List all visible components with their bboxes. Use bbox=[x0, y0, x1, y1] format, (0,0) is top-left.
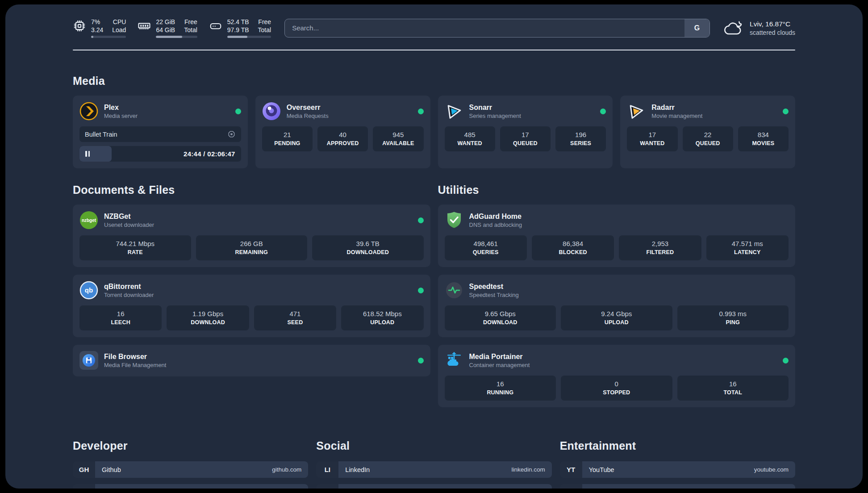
sonarr-status-dot bbox=[600, 109, 606, 114]
nzbget-stat-rate: 744.21 Mbps RATE bbox=[79, 235, 191, 260]
memory-total-label: Total bbox=[184, 26, 197, 34]
stat-label: STOPPED bbox=[563, 389, 671, 396]
filebrowser-icon bbox=[79, 351, 98, 370]
search-bar: G bbox=[284, 19, 710, 38]
stat-label: RATE bbox=[81, 249, 189, 255]
entertainment-section-title: Entertainment bbox=[560, 439, 795, 452]
disk-progress-bar bbox=[227, 36, 271, 38]
memory-total-value: 64 GiB bbox=[156, 26, 175, 34]
stat-value: 196 bbox=[557, 131, 604, 138]
memory-icon bbox=[138, 19, 151, 33]
stat-value: 471 bbox=[256, 310, 334, 318]
stat-value: 618.52 Mbps bbox=[343, 310, 421, 318]
speedtest-card[interactable]: Speedtest Speedtest Tracking 9.65 Gbps D… bbox=[438, 275, 796, 337]
svg-text:nzbget: nzbget bbox=[82, 218, 96, 223]
speedtest-name: Speedtest bbox=[469, 282, 519, 291]
qbittorrent-stat-seed: 471 SEED bbox=[254, 305, 336, 330]
nzbget-card[interactable]: nzbget NZBGet Usenet downloader 744.21 M… bbox=[73, 205, 430, 267]
memory-progress-bar bbox=[156, 36, 197, 38]
filebrowser-description: Media File Management bbox=[104, 361, 166, 369]
nzbget-status-dot bbox=[418, 217, 424, 223]
stat-label: BLOCKED bbox=[534, 249, 612, 255]
bookmark-abbr: SO bbox=[73, 484, 95, 489]
stat-label: LATENCY bbox=[708, 249, 787, 255]
stat-value: 0 bbox=[563, 380, 671, 388]
cpu-load-value: 3.24 bbox=[91, 26, 103, 34]
overseerr-name: Overseerr bbox=[287, 103, 329, 112]
bookmark-abbr: NF bbox=[560, 484, 582, 489]
adguard-description: DNS and adblocking bbox=[469, 221, 522, 229]
stat-value: 266 GB bbox=[198, 240, 306, 247]
bookmark-url: youtube.com bbox=[754, 466, 789, 473]
portainer-description: Container management bbox=[469, 361, 530, 369]
bookmark-netflix[interactable]: NF Netflix netflix.com bbox=[560, 484, 795, 489]
filebrowser-card[interactable]: File Browser Media File Management bbox=[73, 345, 430, 376]
nzbget-icon: nzbget bbox=[79, 211, 98, 230]
portainer-icon bbox=[445, 351, 463, 370]
resource-monitors: 7% 3.24 CPU Load bbox=[73, 18, 271, 38]
memory-progress-fill bbox=[156, 36, 182, 38]
qbittorrent-icon: qb bbox=[79, 281, 98, 300]
stat-label: MOVIES bbox=[740, 140, 787, 146]
entertainment-bookmarks: Entertainment YT YouTube youtube.com NF … bbox=[560, 439, 795, 489]
stat-label: WANTED bbox=[447, 140, 493, 146]
qbittorrent-card[interactable]: qb qBittorrent Torrent downloader 16 LEE… bbox=[73, 275, 430, 337]
adguard-stat-filtered: 2,953 FILTERED bbox=[619, 235, 701, 260]
pause-icon[interactable] bbox=[85, 151, 90, 157]
bookmark-twitter[interactable]: TW Twitter twitter.com bbox=[316, 484, 551, 489]
disk-total-value: 97.9 TB bbox=[227, 26, 249, 34]
weather-condition: scattered clouds bbox=[750, 29, 795, 37]
bookmark-abbr: LI bbox=[316, 461, 338, 478]
developer-section-title: Developer bbox=[73, 439, 308, 452]
bookmark-url: github.com bbox=[272, 466, 301, 473]
adguard-card[interactable]: AdGuard Home DNS and adblocking 498,461 … bbox=[438, 205, 796, 267]
stat-value: 2,953 bbox=[621, 240, 699, 247]
portainer-status-dot bbox=[783, 358, 789, 363]
portainer-card[interactable]: Media Portainer Container management 16 … bbox=[438, 345, 796, 407]
cpu-usage-label: CPU bbox=[112, 18, 126, 26]
stat-value: 17 bbox=[502, 131, 549, 138]
stat-label: FILTERED bbox=[621, 249, 699, 255]
overseerr-icon bbox=[262, 102, 281, 121]
memory-resource: 22 GiB 64 GiB Free Total bbox=[138, 18, 197, 38]
cpu-resource: 7% 3.24 CPU Load bbox=[73, 18, 126, 38]
stat-value: 9.65 Gbps bbox=[447, 310, 555, 318]
qbittorrent-status-dot bbox=[418, 288, 424, 293]
radarr-card[interactable]: Radarr Movie management 17 WANTED 22 QUE… bbox=[620, 96, 795, 168]
search-input[interactable] bbox=[285, 19, 684, 37]
developer-bookmarks: Developer GH Github github.com SO StackO… bbox=[73, 439, 308, 489]
adguard-stat-latency: 47.571 ms LATENCY bbox=[706, 235, 789, 260]
cloud-icon bbox=[723, 20, 744, 36]
search-engine-button[interactable]: G bbox=[684, 19, 709, 37]
radarr-name: Radarr bbox=[651, 103, 702, 112]
overseerr-stat-available: 945 AVAILABLE bbox=[373, 126, 423, 151]
sonarr-card[interactable]: Sonarr Series management 485 WANTED 17 Q… bbox=[438, 96, 613, 168]
documents-section: Documents & Files nzbget NZBGet Usenet d… bbox=[73, 184, 430, 376]
bookmark-name: YouTube bbox=[589, 466, 614, 473]
stat-label: DOWNLOAD bbox=[447, 319, 555, 326]
overseerr-stat-approved: 40 APPROVED bbox=[317, 126, 368, 151]
adguard-icon bbox=[445, 211, 463, 230]
plex-card[interactable]: Plex Media server Bullet Train 24:44 / 0 bbox=[73, 96, 248, 168]
bookmark-name: LinkedIn bbox=[345, 466, 370, 473]
stat-label: LEECH bbox=[81, 319, 160, 326]
svg-text:qb: qb bbox=[85, 286, 93, 294]
cpu-icon bbox=[73, 19, 86, 33]
memory-free-label: Free bbox=[184, 18, 197, 26]
portainer-stat-running: 16 RUNNING bbox=[445, 376, 556, 401]
stat-label: WANTED bbox=[629, 140, 676, 146]
top-bar: 7% 3.24 CPU Load bbox=[73, 4, 795, 38]
bookmark-stackoverflow[interactable]: SO StackOverflow stackoverflow.com bbox=[73, 484, 308, 489]
bookmark-linkedin[interactable]: LI LinkedIn linkedin.com bbox=[316, 461, 551, 478]
stat-label: PENDING bbox=[264, 140, 311, 146]
radarr-status-dot bbox=[783, 109, 789, 114]
stat-value: 834 bbox=[740, 131, 787, 138]
nzbget-stat-remaining: 266 GB REMAINING bbox=[196, 235, 308, 260]
overseerr-card[interactable]: Overseerr Media Requests 21 PENDING 40 A… bbox=[255, 96, 430, 168]
sonarr-stat-wanted: 485 WANTED bbox=[445, 126, 495, 151]
plex-playback-progress: 24:44 / 02:06:47 bbox=[79, 146, 241, 162]
nzbget-name: NZBGet bbox=[104, 212, 154, 221]
bookmark-youtube[interactable]: YT YouTube youtube.com bbox=[560, 461, 795, 478]
bookmark-github[interactable]: GH Github github.com bbox=[73, 461, 308, 478]
weather-widget: Lviv, 16.87°C scattered clouds bbox=[723, 20, 795, 37]
